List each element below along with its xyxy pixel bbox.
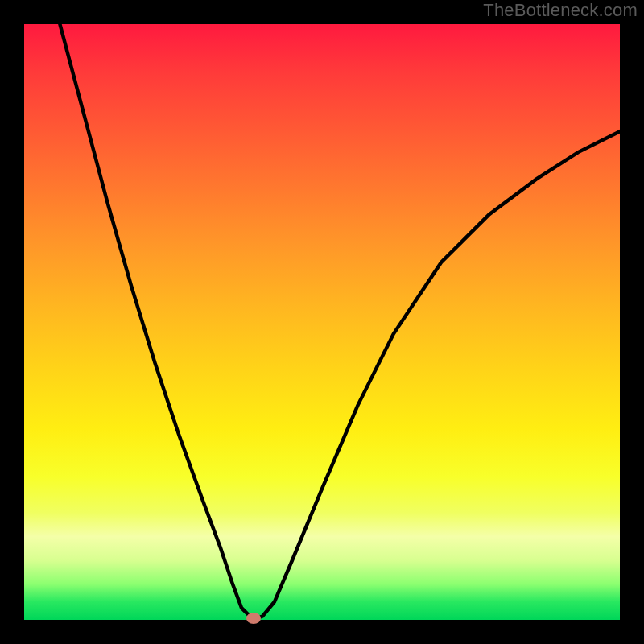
watermark: TheBottleneck.com — [483, 0, 638, 21]
curve-svg — [24, 24, 620, 620]
chart-container: TheBottleneck.com — [0, 0, 644, 644]
optimal-point-marker — [246, 613, 261, 624]
bottleneck-curve — [60, 24, 620, 618]
plot-area — [24, 24, 620, 620]
